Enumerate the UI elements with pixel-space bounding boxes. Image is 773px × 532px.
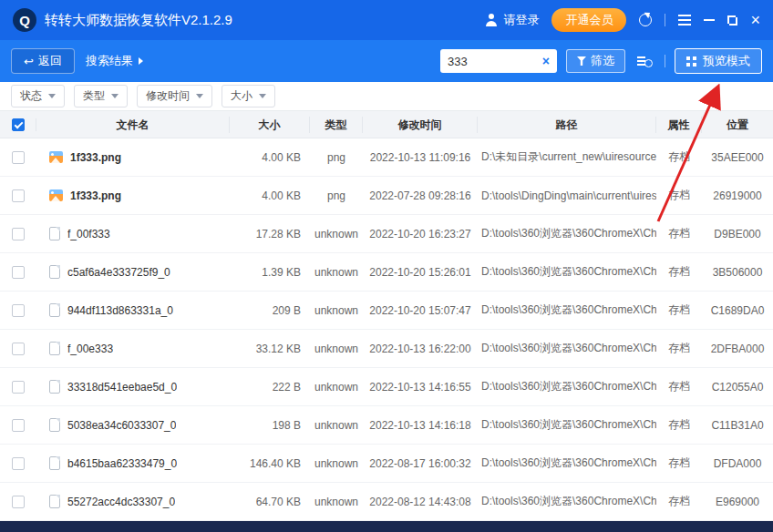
table-row[interactable]: b4615baa62333479_0 146.40 KB unknown 202…: [0, 445, 773, 483]
filter-size-label: 大小: [231, 88, 253, 104]
file-path: D:\tools\DingDing\main\current\uiresourc…: [478, 189, 656, 202]
search-input[interactable]: [448, 55, 542, 68]
menu-icon[interactable]: [678, 15, 691, 26]
header-type[interactable]: 类型: [310, 117, 363, 133]
file-size: 1.39 KB: [230, 266, 310, 279]
file-type: png: [310, 189, 363, 202]
file-type: unknown: [310, 457, 363, 470]
file-name: 5038ea34c6033307_0: [67, 419, 176, 432]
row-checkbox[interactable]: [12, 151, 25, 164]
app-window: Q 转转大师数据恢复软件V2.1.2.9 请登录 开通会员 返回 搜索结果: [0, 0, 773, 532]
row-checkbox[interactable]: [12, 419, 25, 432]
table-row[interactable]: f_00f333 17.28 KB unknown 2022-10-20 16:…: [0, 215, 773, 253]
close-icon[interactable]: [750, 14, 760, 26]
file-attr: 存档: [656, 302, 702, 318]
table-row[interactable]: f_00e333 33.12 KB unknown 2022-10-13 16:…: [0, 330, 773, 368]
toolbar: 返回 搜索结果 筛选 预览模式: [0, 40, 773, 82]
file-attr: 存档: [656, 226, 702, 241]
header-mtime[interactable]: 修改时间: [363, 117, 478, 133]
row-checkbox[interactable]: [12, 457, 25, 470]
back-label: 返回: [38, 53, 62, 69]
row-checkbox[interactable]: [12, 496, 25, 508]
file-icon: [49, 303, 60, 317]
titlebar-right: 请登录 开通会员: [485, 8, 760, 32]
preview-mode-button[interactable]: 预览模式: [675, 48, 762, 74]
file-size: 146.40 KB: [230, 457, 310, 470]
table-row[interactable]: 944df113d863331a_0 209 B unknown 2022-10…: [0, 292, 773, 330]
refresh-icon[interactable]: [639, 14, 652, 26]
file-name: 1f333.png: [70, 151, 121, 164]
file-path: D:\tools\360浏览器\360ChromeX\Chrome\...: [478, 379, 656, 394]
row-checkbox[interactable]: [12, 304, 25, 317]
file-path: D:\tools\360浏览器\360ChromeX\Chrome\...: [478, 494, 656, 509]
table-row[interactable]: 1f333.png 4.00 KB png 2022-07-28 09:28:1…: [0, 177, 773, 215]
minimize-icon[interactable]: [704, 19, 715, 21]
file-attr: 存档: [656, 188, 702, 203]
file-type: unknown: [310, 304, 363, 317]
file-path: D:\tools\360浏览器\360ChromeX\Chrome\...: [478, 417, 656, 433]
file-size: 17.28 KB: [230, 228, 310, 240]
image-file-icon: [49, 151, 63, 163]
header-path[interactable]: 路径: [478, 117, 656, 133]
file-size: 198 B: [230, 419, 310, 432]
file-name: 33318d541eebae5d_0: [67, 381, 177, 394]
row-checkbox[interactable]: [12, 381, 25, 394]
back-button[interactable]: 返回: [11, 48, 75, 74]
file-name: f_00e333: [67, 343, 113, 355]
header-loc[interactable]: 位置: [702, 117, 773, 133]
app-title: 转转大师数据恢复软件V2.1.2.9: [45, 12, 232, 29]
table-row[interactable]: 33318d541eebae5d_0 222 B unknown 2022-10…: [0, 368, 773, 406]
filter-dropdown-mtime[interactable]: 修改时间: [137, 85, 212, 107]
table-header: 文件名 大小 类型 修改时间 路径 属性 位置: [0, 111, 773, 138]
filter-mtime-label: 修改时间: [146, 88, 190, 104]
list-search-button[interactable]: [634, 49, 655, 73]
caret-right-icon: [139, 57, 143, 65]
filter-dropdown-type[interactable]: 类型: [74, 85, 128, 107]
file-type: png: [310, 151, 363, 164]
titlebar: Q 转转大师数据恢复软件V2.1.2.9 请登录 开通会员: [0, 0, 773, 40]
file-type: unknown: [310, 496, 363, 508]
header-attr[interactable]: 属性: [656, 117, 702, 133]
file-name: b4615baa62333479_0: [67, 457, 177, 470]
toolbar-divider: [665, 55, 665, 67]
header-filename[interactable]: 文件名: [36, 117, 230, 133]
vip-button[interactable]: 开通会员: [551, 8, 626, 32]
file-loc: E969000: [702, 496, 773, 508]
status-bar: [0, 521, 773, 532]
clear-search-icon[interactable]: [542, 55, 550, 67]
file-icon: [49, 342, 60, 355]
table-row[interactable]: 5038ea34c6033307_0 198 B unknown 2022-10…: [0, 406, 773, 445]
file-loc: C11B31A0: [702, 419, 773, 432]
row-checkbox[interactable]: [12, 189, 25, 202]
filter-button[interactable]: 筛选: [566, 49, 625, 73]
row-checkbox[interactable]: [12, 343, 25, 355]
file-path: D:\未知目录\current_new\uiresources\new\c...: [478, 149, 656, 165]
preview-mode-label: 预览模式: [703, 53, 750, 69]
table-row[interactable]: c5af6a4e333725f9_0 1.39 KB unknown 2022-…: [0, 253, 773, 292]
file-loc: 3B506000: [702, 266, 773, 279]
file-mtime: 2022-10-13 14:16:55: [363, 381, 478, 394]
file-mtime: 2022-10-13 16:22:00: [363, 343, 478, 355]
user-icon: [485, 14, 498, 26]
filter-dropdown-status[interactable]: 状态: [11, 85, 65, 107]
breadcrumb[interactable]: 搜索结果: [86, 53, 143, 69]
row-checkbox[interactable]: [12, 228, 25, 240]
filter-label: 筛选: [591, 53, 614, 69]
filter-dropdown-size[interactable]: 大小: [222, 85, 275, 107]
file-attr: 存档: [656, 379, 702, 394]
titlebar-divider: [665, 14, 665, 26]
header-size[interactable]: 大小: [230, 117, 310, 133]
row-checkbox[interactable]: [12, 266, 25, 279]
login-button[interactable]: 请登录: [485, 12, 539, 28]
file-attr: 存档: [656, 455, 702, 471]
maximize-icon[interactable]: [727, 15, 737, 26]
file-size: 4.00 KB: [230, 151, 310, 164]
table-row[interactable]: 1f333.png 4.00 KB png 2022-10-13 11:09:1…: [0, 138, 773, 177]
file-mtime: 2022-10-20 16:23:27: [363, 228, 478, 240]
image-file-icon: [49, 189, 63, 201]
file-attr: 存档: [656, 149, 702, 165]
file-loc: C1689DA0: [702, 304, 773, 317]
select-all-checkbox[interactable]: [12, 118, 25, 131]
table-row[interactable]: 55272acc4dc33307_0 64.70 KB unknown 2022…: [0, 483, 773, 521]
file-name: 55272acc4dc33307_0: [67, 496, 175, 508]
